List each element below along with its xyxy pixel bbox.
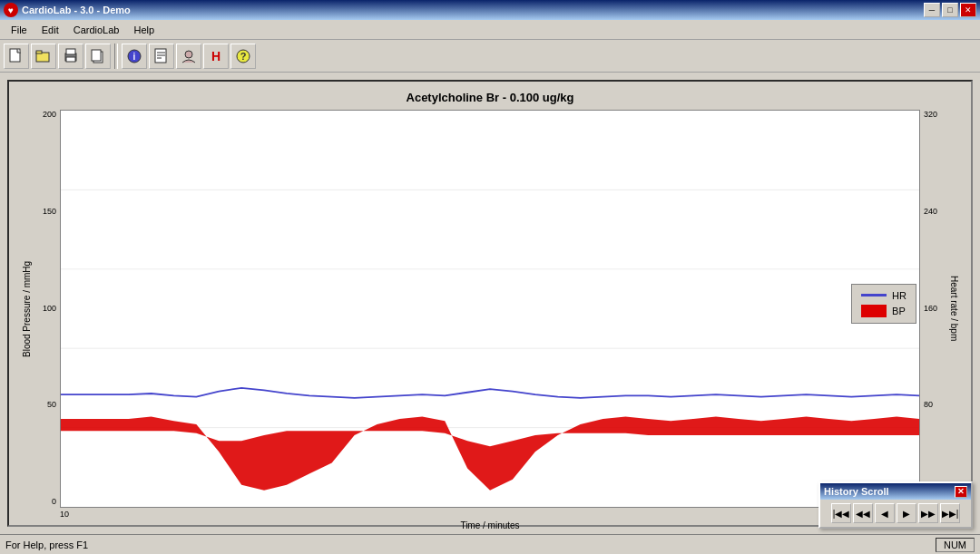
- window-controls: ─ □ ✕: [924, 3, 976, 17]
- history-scroll-panel: History Scroll ✕ |◀◀ ◀◀ ◀ ▶ ▶▶ ▶▶|: [818, 481, 973, 529]
- hist-prev-fast-button[interactable]: ◀◀: [853, 503, 873, 523]
- hist-first-button[interactable]: |◀◀: [831, 503, 851, 523]
- help-button[interactable]: ?: [230, 44, 256, 69]
- chart-title: Acetylcholine Br - 0.100 ug/kg: [18, 91, 962, 104]
- menu-edit[interactable]: Edit: [34, 23, 66, 37]
- legend-hr-label: HR: [892, 290, 906, 301]
- legend-bp-label: BP: [892, 306, 906, 316]
- svg-rect-2: [36, 51, 42, 53]
- history-title: History Scroll: [824, 486, 889, 497]
- y-tick-left-1: 50: [34, 400, 56, 409]
- print-button[interactable]: [58, 44, 83, 69]
- y-tick-left-4: 200: [34, 110, 56, 119]
- y-tick-right-4: 320: [924, 110, 946, 119]
- svg-rect-7: [92, 50, 101, 61]
- x-tick-0: 10: [60, 510, 69, 519]
- chart-container: Acetylcholine Br - 0.100 ug/kg Blood Pre…: [7, 80, 973, 527]
- toolbar-sep-1: [114, 44, 118, 69]
- y-tick-right-2: 160: [924, 304, 946, 313]
- history-controls: |◀◀ ◀◀ ◀ ▶ ▶▶ ▶▶|: [820, 500, 971, 527]
- svg-point-14: [185, 51, 192, 58]
- menu-cardiolab[interactable]: CardioLab: [66, 23, 127, 37]
- legend-hr-line: [861, 294, 887, 296]
- info-button[interactable]: i: [122, 44, 147, 69]
- toolbar: i H ?: [0, 40, 980, 73]
- open-button[interactable]: [31, 44, 56, 69]
- y-axis-right-label: Heart rate / bpm: [946, 110, 962, 508]
- h-button[interactable]: H: [203, 44, 229, 69]
- legend-bp: BP: [861, 305, 906, 317]
- hist-prev-button[interactable]: ◀: [875, 503, 895, 523]
- title-bar-left: ♥ CardioLab - 3.0 - Demo: [4, 3, 131, 17]
- y-axis-left-ticks: 0 50 100 150 200: [34, 110, 60, 508]
- hist-next-button[interactable]: ▶: [897, 503, 916, 523]
- chart-svg: [61, 111, 919, 507]
- legend-hr: HR: [861, 290, 906, 301]
- new-button[interactable]: [4, 44, 29, 69]
- y-axis-right-ticks: 0 80 160 240 320: [920, 110, 946, 508]
- minimize-button[interactable]: ─: [924, 3, 940, 17]
- chart-area: Blood Pressure / mmHg 0 50 100 150 200: [18, 110, 962, 508]
- y-tick-right-1: 80: [924, 400, 946, 409]
- maximize-button[interactable]: □: [942, 3, 958, 17]
- svg-rect-4: [66, 49, 75, 54]
- close-button[interactable]: ✕: [960, 3, 976, 17]
- chart-plot: [60, 110, 920, 508]
- x-spacer-left: [18, 510, 60, 519]
- id-button[interactable]: [176, 44, 201, 69]
- copy-button[interactable]: [85, 44, 111, 69]
- help-text: For Help, press F1: [5, 539, 88, 550]
- report-button[interactable]: [149, 44, 174, 69]
- legend-bp-rect: [861, 305, 887, 317]
- status-bar: For Help, press F1 NUM: [0, 534, 980, 554]
- x-axis-ticks: 10 16: [60, 510, 920, 519]
- y-tick-right-3: 240: [924, 207, 946, 216]
- svg-text:i: i: [133, 52, 136, 62]
- hist-last-button[interactable]: ▶▶|: [940, 503, 960, 523]
- svg-rect-5: [66, 57, 75, 62]
- legend: HR BP: [851, 284, 916, 324]
- window-title: CardioLab - 3.0 - Demo: [22, 5, 131, 15]
- history-close-button[interactable]: ✕: [955, 486, 967, 498]
- svg-text:?: ?: [240, 51, 247, 62]
- y-tick-left-3: 150: [34, 207, 56, 216]
- y-tick-left-2: 100: [34, 304, 56, 313]
- menu-file[interactable]: File: [4, 23, 34, 37]
- title-bar: ♥ CardioLab - 3.0 - Demo ─ □ ✕: [0, 0, 980, 20]
- hist-next-fast-button[interactable]: ▶▶: [918, 503, 938, 523]
- menu-help[interactable]: Help: [126, 23, 162, 37]
- history-title-bar: History Scroll ✕: [820, 483, 971, 500]
- main-content: Acetylcholine Br - 0.100 ug/kg Blood Pre…: [0, 73, 980, 534]
- menu-bar: File Edit CardioLab Help: [0, 20, 980, 40]
- y-axis-left-label: Blood Pressure / mmHg: [18, 110, 34, 508]
- num-indicator: NUM: [936, 538, 975, 552]
- y-tick-left-0: 0: [34, 497, 56, 506]
- app-icon: ♥: [4, 3, 18, 17]
